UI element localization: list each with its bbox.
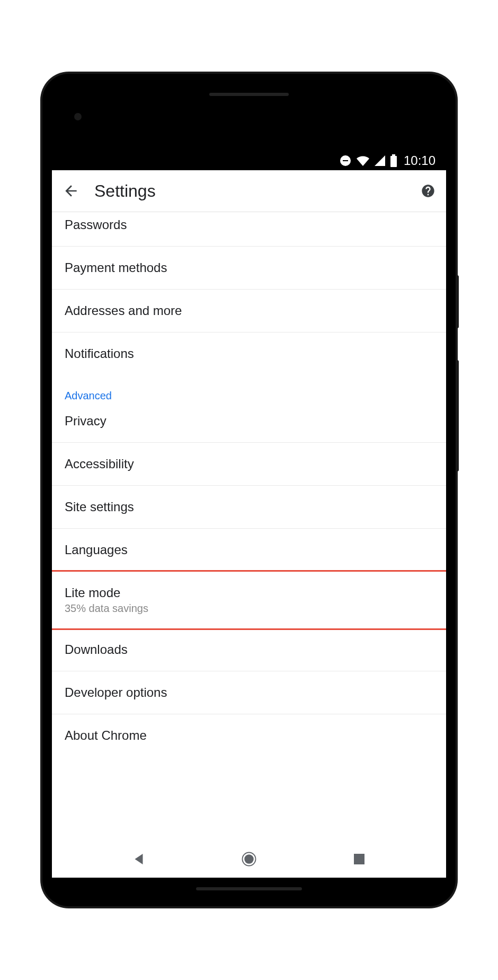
settings-item-lite-mode[interactable]: Lite mode 35% data savings	[52, 570, 446, 630]
item-label: Lite mode	[65, 585, 433, 600]
nav-recent-icon[interactable]	[351, 851, 367, 867]
svg-point-5	[244, 854, 254, 864]
svg-rect-2	[390, 156, 397, 167]
status-time: 10:10	[404, 153, 435, 168]
item-label: Passwords	[65, 217, 433, 232]
item-label: Accessibility	[65, 457, 433, 471]
help-icon[interactable]	[421, 183, 435, 198]
item-label: Addresses and more	[65, 303, 433, 318]
app-bar: Settings	[52, 170, 446, 212]
item-label: Payment methods	[65, 260, 433, 275]
settings-item-addresses[interactable]: Addresses and more	[52, 290, 446, 332]
settings-item-languages[interactable]: Languages	[52, 529, 446, 572]
nav-back-icon[interactable]	[131, 851, 147, 867]
settings-item-site-settings[interactable]: Site settings	[52, 486, 446, 529]
settings-item-notifications[interactable]: Notifications	[52, 332, 446, 375]
item-label: Site settings	[65, 500, 433, 514]
volume-button	[456, 360, 459, 471]
battery-icon	[390, 154, 397, 167]
power-button	[456, 275, 459, 328]
page-title: Settings	[94, 181, 406, 201]
android-nav-bar	[52, 841, 446, 878]
item-label: About Chrome	[65, 728, 433, 743]
item-label: Developer options	[65, 685, 433, 700]
cell-signal-icon	[374, 155, 386, 166]
svg-rect-6	[354, 854, 364, 864]
dnd-icon	[339, 154, 352, 167]
svg-rect-3	[392, 154, 395, 156]
item-label: Downloads	[65, 642, 433, 657]
section-header-advanced: Advanced	[52, 375, 446, 404]
wifi-icon	[356, 155, 370, 166]
nav-home-icon[interactable]	[241, 851, 257, 867]
settings-item-about-chrome[interactable]: About Chrome	[52, 714, 446, 757]
settings-item-accessibility[interactable]: Accessibility	[52, 443, 446, 486]
settings-list[interactable]: Passwords Payment methods Addresses and …	[52, 212, 446, 841]
settings-item-passwords[interactable]: Passwords	[52, 212, 446, 247]
settings-item-developer-options[interactable]: Developer options	[52, 671, 446, 714]
settings-item-privacy[interactable]: Privacy	[52, 404, 446, 443]
status-bar: 10:10	[52, 151, 446, 170]
svg-rect-1	[343, 160, 348, 161]
back-arrow-icon[interactable]	[63, 182, 79, 199]
settings-item-payment-methods[interactable]: Payment methods	[52, 247, 446, 290]
speaker-grille	[209, 93, 289, 96]
bottom-speaker-grille	[196, 887, 302, 890]
item-subtitle: 35% data savings	[65, 602, 433, 615]
item-label: Notifications	[65, 346, 433, 361]
item-label: Privacy	[65, 414, 433, 428]
screen-content: Settings Passwords Payment methods Addre…	[52, 170, 446, 878]
settings-item-downloads[interactable]: Downloads	[52, 628, 446, 671]
item-label: Languages	[65, 542, 433, 557]
phone-device-frame: 10:10 Settings Passwords Payment methods	[42, 74, 456, 906]
front-camera	[74, 113, 82, 120]
